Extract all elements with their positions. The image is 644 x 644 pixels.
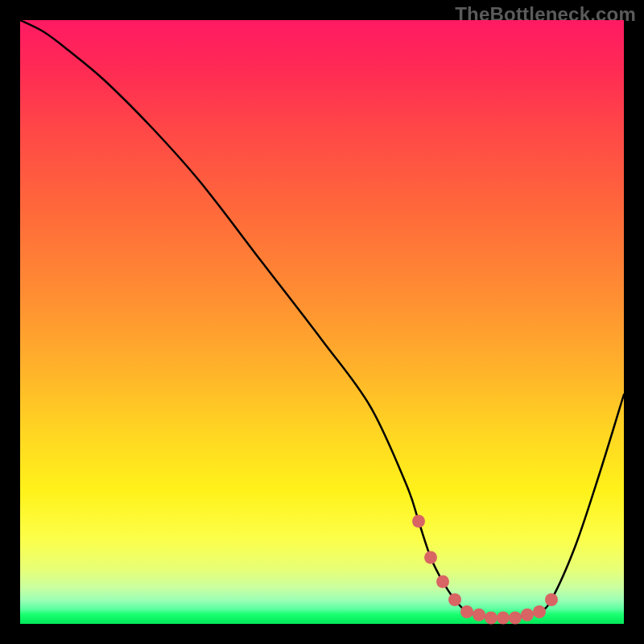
highlight-dot — [509, 612, 522, 625]
highlight-dot — [521, 609, 534, 621]
highlight-dot — [533, 605, 546, 618]
chart-svg — [20, 20, 624, 624]
highlight-dot — [448, 593, 461, 606]
highlight-dot — [436, 576, 449, 588]
highlight-dot — [424, 551, 437, 564]
plot-area — [20, 20, 624, 624]
highlight-dot — [473, 609, 485, 621]
highlight-dot — [412, 515, 425, 528]
highlight-dot — [497, 612, 510, 625]
highlight-dots — [412, 515, 558, 625]
chart-frame: TheBottleneck.com — [0, 0, 644, 644]
highlight-dot — [545, 593, 558, 606]
highlight-dot — [460, 605, 473, 618]
bottleneck-curve — [20, 20, 624, 618]
highlight-dot — [485, 612, 497, 625]
